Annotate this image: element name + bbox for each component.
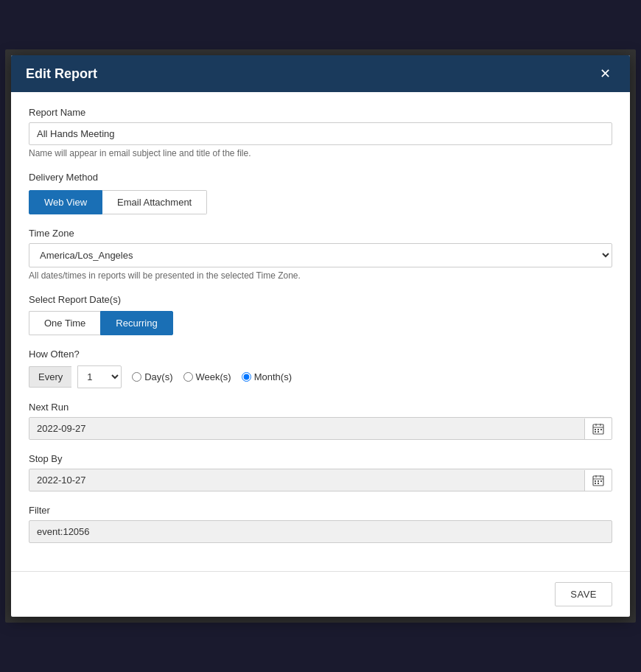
next-run-input-wrapper xyxy=(29,417,612,440)
svg-rect-7 xyxy=(595,431,596,433)
svg-rect-8 xyxy=(598,431,599,433)
delivery-btn-group: Web View Email Attachment xyxy=(29,190,612,214)
weeks-radio-label[interactable]: Week(s) xyxy=(183,371,231,382)
calendar-icon xyxy=(592,423,604,435)
time-zone-select[interactable]: America/Los_Angeles America/New_York Ame… xyxy=(29,243,612,267)
svg-rect-4 xyxy=(595,429,596,430)
svg-rect-6 xyxy=(600,429,602,430)
one-time-tab[interactable]: One Time xyxy=(29,311,100,335)
how-often-row: Every 1 2 3 4 5 Day(s) xyxy=(29,365,612,388)
delivery-method-section: Delivery Method Web View Email Attachmen… xyxy=(29,172,612,214)
months-radio-label[interactable]: Month(s) xyxy=(242,371,292,382)
stop-by-calendar-button[interactable] xyxy=(584,470,612,491)
frequency-radio-group: Day(s) Week(s) Month(s) xyxy=(132,371,292,382)
delivery-method-label: Delivery Method xyxy=(29,172,612,183)
report-name-hint: Name will appear in email subject line a… xyxy=(29,148,612,158)
svg-rect-13 xyxy=(595,480,596,482)
date-tab-group: One Time Recurring xyxy=(29,311,612,335)
modal-title: Edit Report xyxy=(26,66,97,82)
every-select[interactable]: 1 2 3 4 5 xyxy=(77,365,122,388)
time-zone-label: Time Zone xyxy=(29,228,612,239)
edit-report-modal: Edit Report ✕ Report Name Name will appe… xyxy=(11,55,630,617)
next-run-input[interactable] xyxy=(29,418,584,439)
filter-label: Filter xyxy=(29,505,612,516)
weeks-radio[interactable] xyxy=(183,372,193,382)
days-radio[interactable] xyxy=(132,372,141,382)
how-often-label: How Often? xyxy=(29,349,612,360)
months-radio[interactable] xyxy=(242,372,251,382)
days-label: Day(s) xyxy=(144,371,172,382)
every-label: Every xyxy=(29,366,71,388)
svg-rect-15 xyxy=(600,480,602,482)
email-attachment-button[interactable]: Email Attachment xyxy=(102,190,207,214)
recurring-tab[interactable]: Recurring xyxy=(100,311,172,335)
report-name-label: Report Name xyxy=(29,107,612,118)
save-button[interactable]: SAVE xyxy=(555,582,612,606)
days-radio-label[interactable]: Day(s) xyxy=(132,371,172,382)
filter-section: Filter xyxy=(29,505,612,543)
modal-header: Edit Report ✕ xyxy=(11,55,630,92)
stop-by-input[interactable] xyxy=(29,469,584,491)
next-run-label: Next Run xyxy=(29,402,612,413)
web-view-button[interactable]: Web View xyxy=(29,190,102,214)
stop-by-label: Stop By xyxy=(29,453,612,464)
time-zone-hint: All dates/times in reports will be prese… xyxy=(29,270,612,281)
modal-overlay: Edit Report ✕ Report Name Name will appe… xyxy=(5,49,636,623)
report-name-section: Report Name Name will appear in email su… xyxy=(29,107,612,158)
close-button[interactable]: ✕ xyxy=(595,66,615,82)
stop-by-input-wrapper xyxy=(29,469,612,491)
weeks-label: Week(s) xyxy=(196,371,231,382)
next-run-calendar-button[interactable] xyxy=(584,419,612,439)
months-label: Month(s) xyxy=(254,371,292,382)
select-dates-label: Select Report Date(s) xyxy=(29,294,612,305)
time-zone-section: Time Zone America/Los_Angeles America/Ne… xyxy=(29,228,612,281)
select-dates-section: Select Report Date(s) One Time Recurring xyxy=(29,294,612,335)
calendar-icon-2 xyxy=(592,475,604,486)
filter-input[interactable] xyxy=(29,520,612,543)
svg-rect-17 xyxy=(598,483,599,484)
modal-footer: SAVE xyxy=(11,571,630,617)
svg-rect-16 xyxy=(595,483,596,484)
svg-rect-14 xyxy=(598,480,599,482)
svg-rect-5 xyxy=(598,429,599,430)
how-often-section: How Often? Every 1 2 3 4 5 Day(s) xyxy=(29,349,612,388)
modal-body: Report Name Name will appear in email su… xyxy=(11,92,630,571)
report-name-input[interactable] xyxy=(29,122,612,145)
stop-by-section: Stop By xyxy=(29,453,612,491)
next-run-section: Next Run xyxy=(29,402,612,440)
